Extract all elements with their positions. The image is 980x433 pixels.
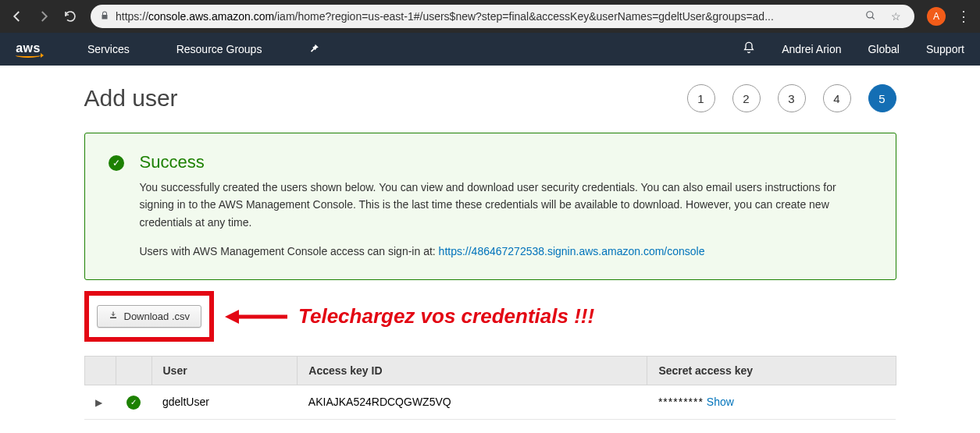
- step-1: 1: [687, 84, 715, 112]
- browser-chrome: https://console.aws.amazon.com/iam/home?…: [0, 0, 980, 33]
- forward-button[interactable]: [33, 5, 55, 27]
- col-expand: [84, 357, 116, 385]
- success-check-icon: ✓: [109, 155, 124, 171]
- cell-secret: ********* Show: [647, 385, 896, 420]
- users-table: User Access key ID Secret access key ▶ ✓…: [84, 356, 896, 420]
- success-body: You successfully created the users shown…: [140, 179, 872, 231]
- col-status: [116, 357, 151, 385]
- star-icon[interactable]: ☆: [886, 10, 905, 23]
- back-button[interactable]: [6, 5, 28, 27]
- signin-url-link[interactable]: https://486467272538.signin.aws.amazon.c…: [439, 245, 705, 257]
- nav-services[interactable]: Services: [87, 43, 130, 55]
- download-highlight-frame: Download .csv: [84, 291, 215, 342]
- download-callout: Telechargez vos credentials !!!: [298, 304, 594, 328]
- aws-smile-icon: [16, 53, 41, 58]
- svg-rect-2: [110, 318, 116, 319]
- step-4: 4: [823, 84, 851, 112]
- url-bar[interactable]: https://console.aws.amazon.com/iam/home?…: [91, 5, 914, 28]
- success-box: ✓ Success You successfully created the u…: [84, 133, 896, 280]
- step-2: 2: [732, 84, 761, 112]
- cell-user: gdeltUser: [151, 385, 298, 420]
- url-text: https://console.aws.amazon.com/iam/home?…: [116, 10, 855, 23]
- col-akid: Access key ID: [298, 357, 647, 385]
- success-title: Success: [140, 152, 872, 172]
- aws-top-nav: aws Services Resource Groups Andrei Ario…: [0, 33, 980, 66]
- cell-akid: AKIAJKA524RDCQGWZ5VQ: [298, 385, 647, 420]
- signin-info: Users with AWS Management Console access…: [140, 245, 872, 257]
- table-row: ▶ ✓ gdeltUser AKIAJKA524RDCQGWZ5VQ *****…: [84, 385, 896, 420]
- show-secret-link[interactable]: Show: [707, 396, 734, 408]
- download-csv-label: Download .csv: [124, 311, 191, 322]
- download-icon: [109, 311, 118, 322]
- svg-marker-4: [225, 310, 239, 324]
- bell-icon[interactable]: [743, 41, 755, 58]
- aws-logo[interactable]: aws: [16, 41, 41, 58]
- col-secret: Secret access key: [647, 357, 896, 385]
- step-3: 3: [778, 84, 806, 112]
- nav-username[interactable]: Andrei Arion: [782, 43, 841, 55]
- download-csv-button[interactable]: Download .csv: [97, 305, 202, 328]
- nav-region[interactable]: Global: [868, 43, 899, 55]
- row-status-ok-icon: ✓: [127, 396, 141, 410]
- page-title: Add user: [84, 85, 178, 112]
- profile-avatar[interactable]: A: [927, 7, 946, 26]
- svg-point-0: [867, 11, 873, 17]
- lock-icon: [100, 11, 109, 23]
- svg-line-1: [872, 16, 875, 19]
- col-user: User: [151, 357, 298, 385]
- browser-menu-icon[interactable]: ⋮: [953, 8, 974, 25]
- step-indicator: 1 2 3 4 5: [687, 84, 896, 112]
- zoom-icon[interactable]: [861, 10, 880, 23]
- arrow-left-icon: [225, 307, 287, 326]
- row-expand-icon[interactable]: ▶: [95, 397, 102, 408]
- step-5: 5: [868, 84, 896, 112]
- nav-support[interactable]: Support: [926, 43, 964, 55]
- pin-icon[interactable]: [308, 43, 319, 56]
- reload-button[interactable]: [59, 5, 81, 27]
- nav-resource-groups[interactable]: Resource Groups: [176, 43, 262, 55]
